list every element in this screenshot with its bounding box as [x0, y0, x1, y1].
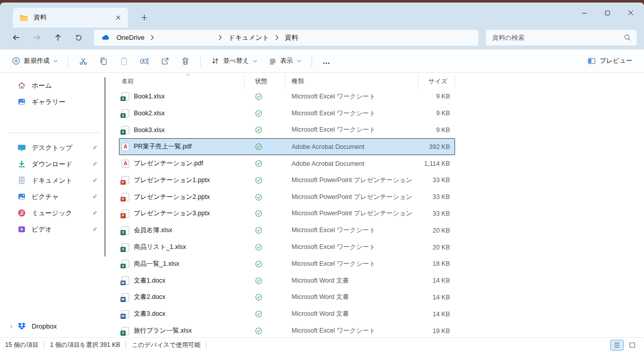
file-name: PR菓子売上一覧.pdf: [134, 142, 192, 151]
column-header-type[interactable]: 種類: [285, 74, 418, 88]
sidebar-item-label: Dropbox: [32, 322, 98, 330]
tab-close-button[interactable]: [112, 12, 124, 24]
icons-view-button[interactable]: [626, 340, 639, 350]
file-row[interactable]: X旅行プラン一覧.xlsxMicrosoft Excel ワークシート19 KB: [119, 322, 455, 337]
pdf-file-icon: A: [122, 143, 129, 151]
file-row[interactable]: XBook3.xlsxMicrosoft Excel ワークシート9 KB: [119, 122, 455, 139]
availability-status: このデバイスで使用可能: [132, 341, 200, 349]
search-icon[interactable]: [624, 34, 631, 41]
file-type: Microsoft Excel ワークシート: [285, 326, 418, 335]
copy-button[interactable]: [93, 52, 114, 70]
sort-button[interactable]: 並べ替え: [205, 52, 263, 70]
column-header-status[interactable]: 状態: [245, 74, 285, 88]
back-button[interactable]: [7, 30, 25, 46]
refresh-button[interactable]: [70, 30, 87, 46]
excel-file-icon: X: [122, 126, 129, 134]
sidebar-scrollbar[interactable]: [104, 77, 106, 257]
column-header-size[interactable]: サイズ: [418, 74, 455, 88]
chevron-down-icon: [253, 60, 257, 63]
file-rows: XBook1.xlsxMicrosoft Excel ワークシート9 KBXBo…: [119, 88, 455, 337]
search-input[interactable]: [492, 34, 624, 41]
new-tab-button[interactable]: [135, 9, 153, 26]
file-row[interactable]: Aプレゼンテーション.pdfAdobe Acrobat Document1,11…: [119, 155, 455, 172]
new-button[interactable]: 新規作成: [6, 52, 63, 70]
file-name-cell: W文書3.docx: [119, 310, 245, 318]
file-type: Microsoft Word 文書: [285, 293, 418, 301]
file-row[interactable]: Pプレゼンテーション2.pptxMicrosoft PowerPoint プレゼ…: [119, 189, 455, 206]
search-box[interactable]: [486, 30, 637, 46]
chevron-right-icon[interactable]: [8, 323, 14, 330]
file-row[interactable]: X商品一覧_1.xlsxMicrosoft Excel ワークシート18 KB: [119, 256, 455, 272]
file-row[interactable]: APR菓子売上一覧.pdfAdobe Acrobat Document392 K…: [119, 138, 455, 155]
pin-icon: [91, 226, 98, 233]
chevron-right-icon[interactable]: [219, 35, 222, 40]
plus-circle-icon: [12, 57, 20, 65]
sidebar-item-dropbox[interactable]: Dropbox: [3, 318, 102, 334]
explorer-tab[interactable]: 資料: [13, 8, 128, 28]
file-row[interactable]: Pプレゼンテーション3.pptxMicrosoft PowerPoint プレゼ…: [119, 206, 455, 222]
file-row[interactable]: X商品リスト_1.xlsxMicrosoft Excel ワークシート20 KB: [119, 239, 455, 256]
paste-button[interactable]: [114, 52, 134, 70]
file-row[interactable]: Pプレゼンテーション1.pptxMicrosoft PowerPoint プレゼ…: [119, 172, 455, 189]
file-size: 1,114 KB: [418, 160, 455, 167]
view-toggle-group: [610, 340, 639, 350]
pin-icon: [91, 210, 98, 216]
file-name-cell: X会員名簿.xlsx: [119, 226, 245, 235]
documents-icon: [17, 176, 26, 185]
file-name: プレゼンテーション.pdf: [134, 159, 203, 168]
close-button[interactable]: [619, 5, 642, 21]
file-size: 9 KB: [418, 127, 455, 134]
sidebar-item-home[interactable]: ホーム: [3, 78, 102, 93]
file-size: 33 KB: [418, 177, 455, 184]
videos-icon: [17, 225, 26, 234]
file-row[interactable]: XBook2.xlsxMicrosoft Excel ワークシート9 KB: [119, 105, 455, 122]
share-button[interactable]: [155, 52, 175, 70]
refresh-icon: [75, 34, 83, 42]
sort-ascending-icon: [185, 73, 190, 76]
window-controls: [573, 5, 642, 21]
breadcrumb-current-folder[interactable]: 資料: [283, 33, 300, 42]
sidebar-item-downloads[interactable]: ダウンロード: [3, 156, 102, 172]
status-separator: [126, 341, 126, 349]
file-row[interactable]: X会員名簿.xlsxMicrosoft Excel ワークシート20 KB: [119, 222, 455, 239]
chevron-right-icon[interactable]: [151, 35, 154, 40]
sidebar-item-pictures[interactable]: ピクチャ: [3, 189, 102, 205]
column-header-name[interactable]: 名前: [119, 74, 245, 88]
file-row[interactable]: XBook1.xlsxMicrosoft Excel ワークシート9 KB: [119, 88, 455, 105]
file-row[interactable]: W文書2.docxMicrosoft Word 文書14 KB: [119, 289, 455, 306]
delete-button[interactable]: [175, 52, 196, 70]
rename-button[interactable]: [134, 52, 155, 70]
view-button-label: 表示: [280, 57, 293, 65]
sidebar-item-documents[interactable]: ドキュメント: [3, 172, 102, 188]
file-type: Microsoft Excel ワークシート: [285, 109, 418, 118]
chevron-right-icon[interactable]: [275, 35, 279, 40]
sync-status-icon: [245, 126, 285, 134]
sidebar-item-videos[interactable]: ビデオ: [3, 221, 102, 237]
sidebar-item-desktop[interactable]: デスクトップ: [3, 140, 102, 156]
more-button[interactable]: …: [317, 52, 337, 70]
sidebar-item-music[interactable]: ミュージック: [3, 205, 102, 221]
file-name: 文書1.docx: [134, 276, 165, 285]
sidebar-item-gallery[interactable]: ギャラリー: [3, 94, 102, 110]
file-name-cell: Pプレゼンテーション2.pptx: [119, 193, 245, 202]
cut-button[interactable]: [73, 52, 93, 70]
file-row[interactable]: W文書3.docxMicrosoft Word 文書14 KB: [119, 306, 455, 322]
file-row[interactable]: W文書1.docxMicrosoft Word 文書14 KB: [119, 272, 455, 289]
minimize-button[interactable]: [573, 5, 596, 21]
file-name: Book3.xlsx: [134, 127, 164, 134]
up-button[interactable]: [49, 30, 66, 46]
preview-button[interactable]: プレビュー: [582, 52, 638, 70]
breadcrumb-onedrive[interactable]: OneDrive: [114, 34, 147, 41]
sort-button-label: 並べ替え: [223, 57, 249, 65]
maximize-button[interactable]: [596, 5, 619, 21]
breadcrumb-documents[interactable]: ドキュメント: [226, 33, 271, 42]
address-bar[interactable]: OneDrive ドキュメント 資料: [94, 30, 479, 46]
file-name-cell: W文書1.docx: [119, 276, 245, 285]
details-view-button[interactable]: [610, 340, 624, 350]
arrow-right-icon: [33, 33, 41, 42]
trash-icon: [181, 57, 190, 66]
selection-info: 1 個の項目を選択 391 KB: [50, 341, 120, 349]
music-icon: [17, 209, 26, 217]
view-button[interactable]: 表示: [263, 52, 307, 70]
forward-button[interactable]: [28, 30, 45, 46]
